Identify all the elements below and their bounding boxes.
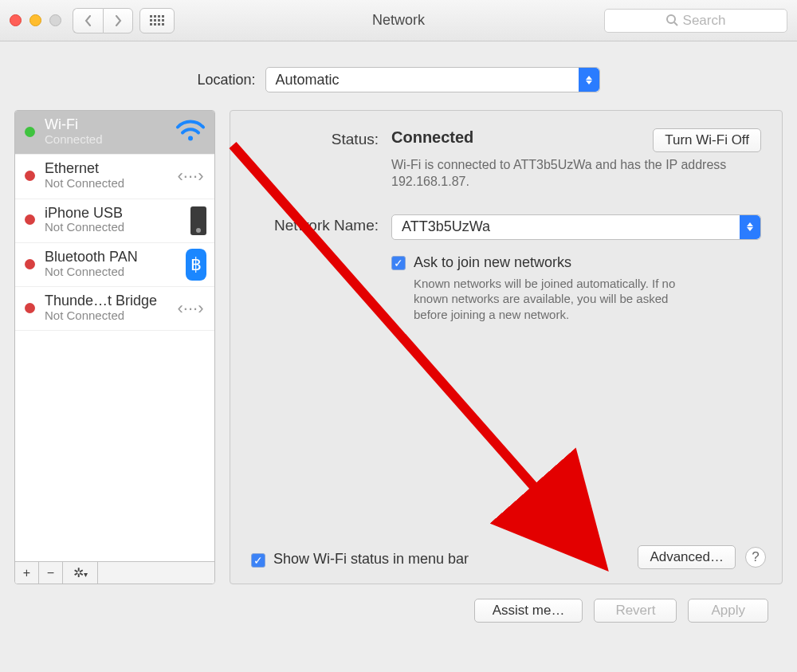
- sidebar-item-thunderbolt-bridge[interactable]: Thunde…t Bridge Not Connected ‹···›: [15, 287, 214, 331]
- location-row: Location: Automatic: [14, 67, 783, 92]
- show-status-label: Show Wi-Fi status in menu bar: [273, 551, 469, 568]
- chevron-updown-icon: [579, 68, 599, 92]
- thunderbolt-icon: ‹···›: [175, 294, 206, 323]
- sidebar-footer: + − ✲▾: [15, 561, 214, 584]
- titlebar: Network Search: [0, 0, 797, 41]
- ask-join-checkbox[interactable]: ✓: [391, 256, 406, 270]
- location-label: Location:: [197, 72, 255, 88]
- status-value: Connected: [391, 128, 473, 147]
- status-label: Status:: [251, 128, 379, 191]
- svg-point-2: [188, 136, 193, 141]
- close-window-button[interactable]: [10, 14, 22, 26]
- show-status-checkbox[interactable]: ✓: [251, 553, 265, 568]
- details-pane: Status: Connected Turn Wi-Fi Off Wi-Fi i…: [230, 110, 783, 584]
- status-dot-icon: [25, 127, 35, 137]
- footer-buttons: Assist me… Revert Apply: [14, 584, 783, 623]
- apply-button[interactable]: Apply: [688, 599, 768, 623]
- wifi-icon: [175, 120, 206, 146]
- search-icon: [666, 14, 678, 26]
- turn-wifi-off-button[interactable]: Turn Wi-Fi Off: [653, 128, 761, 152]
- status-dot-icon: [25, 303, 35, 313]
- svg-line-1: [674, 22, 677, 26]
- svg-point-0: [667, 15, 675, 23]
- ethernet-icon: ‹···›: [175, 162, 206, 191]
- ask-join-description: Known networks will be joined automatica…: [414, 276, 701, 323]
- chevron-updown-icon: [740, 215, 760, 239]
- show-all-button[interactable]: [139, 8, 175, 33]
- window-title: Network: [372, 12, 425, 29]
- search-placeholder: Search: [683, 13, 726, 29]
- sidebar-item-wifi[interactable]: Wi-Fi Connected: [15, 111, 214, 155]
- window-controls: [10, 14, 61, 26]
- nav-buttons: [73, 8, 133, 33]
- bluetooth-icon: ฿: [186, 249, 206, 281]
- zoom-window-button[interactable]: [49, 14, 61, 26]
- sidebar-item-label: iPhone USB: [45, 206, 124, 222]
- status-dot-icon: [25, 171, 35, 181]
- action-menu-button[interactable]: ✲▾: [63, 562, 98, 584]
- sidebar-item-sub: Not Connected: [45, 309, 157, 323]
- gear-icon: ✲▾: [73, 565, 88, 580]
- sidebar-item-label: Thunde…t Bridge: [45, 293, 157, 309]
- add-interface-button[interactable]: +: [15, 562, 39, 584]
- sidebar-item-iphone-usb[interactable]: iPhone USB Not Connected: [15, 199, 214, 243]
- assist-me-button[interactable]: Assist me…: [474, 599, 583, 623]
- chevron-left-icon: [84, 15, 92, 26]
- network-name-select[interactable]: ATT3b5UzWa: [391, 214, 761, 240]
- help-button[interactable]: ?: [745, 547, 766, 568]
- ask-join-label: Ask to join new networks: [414, 254, 701, 271]
- interface-sidebar: Wi-Fi Connected Ethernet Not Connected ‹…: [14, 110, 215, 584]
- revert-button[interactable]: Revert: [594, 599, 677, 623]
- phone-icon: [190, 206, 206, 235]
- sidebar-item-label: Wi-Fi: [45, 117, 103, 133]
- status-dot-icon: [25, 214, 35, 225]
- forward-button[interactable]: [103, 8, 133, 33]
- search-input[interactable]: Search: [604, 9, 787, 33]
- location-select[interactable]: Automatic: [265, 67, 600, 92]
- network-name-label: Network Name:: [251, 214, 379, 323]
- sidebar-item-bluetooth-pan[interactable]: Bluetooth PAN Not Connected ฿: [15, 243, 214, 287]
- sidebar-item-ethernet[interactable]: Ethernet Not Connected ‹···›: [15, 155, 214, 198]
- interface-list: Wi-Fi Connected Ethernet Not Connected ‹…: [15, 111, 214, 561]
- location-value: Automatic: [276, 72, 340, 88]
- status-dot-icon: [25, 259, 35, 269]
- advanced-button[interactable]: Advanced…: [638, 545, 736, 569]
- chevron-right-icon: [114, 15, 122, 26]
- back-button[interactable]: [73, 8, 103, 33]
- status-description: Wi-Fi is connected to ATT3b5UzWa and has…: [391, 157, 761, 191]
- sidebar-item-sub: Not Connected: [45, 265, 138, 279]
- sidebar-item-sub: Not Connected: [45, 221, 124, 234]
- remove-interface-button[interactable]: −: [39, 562, 63, 584]
- network-name-value: ATT3b5UzWa: [402, 218, 490, 235]
- sidebar-item-label: Bluetooth PAN: [45, 250, 138, 265]
- minimize-window-button[interactable]: [29, 14, 41, 26]
- sidebar-item-sub: Not Connected: [45, 177, 124, 191]
- sidebar-item-sub: Connected: [45, 133, 103, 147]
- grid-icon: [150, 15, 164, 26]
- sidebar-item-label: Ethernet: [45, 161, 124, 177]
